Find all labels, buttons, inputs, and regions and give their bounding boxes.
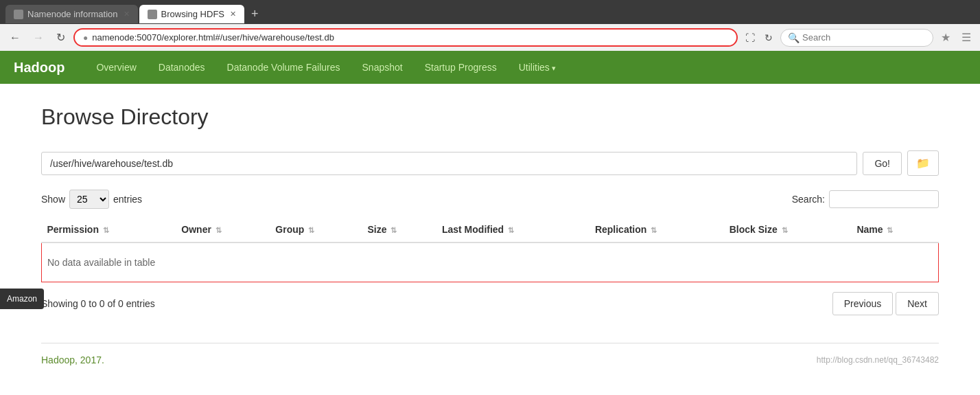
sort-icon-owner: ⇅ (215, 226, 222, 234)
entries-select[interactable]: 10 25 50 100 (69, 190, 109, 209)
page-title: Browse Directory (41, 104, 939, 130)
col-group-label: Group (275, 224, 304, 235)
table-controls: Show 10 25 50 100 entries Search: (41, 190, 939, 209)
col-name-label: Name (856, 224, 883, 235)
tab-bar: Namenode information ✕ Browsing HDFS ✕ + (0, 0, 980, 24)
tab-namenode[interactable]: Namenode information ✕ (5, 5, 138, 23)
hadoop-nav: Hadoop Overview Datanodes Datanode Volum… (0, 51, 980, 84)
col-permission-label: Permission (47, 224, 99, 235)
address-bar-actions: ⛶ ↻ (742, 30, 776, 45)
no-data-cell: No data available in table (42, 242, 939, 282)
show-label: Show (41, 194, 65, 205)
tab-favicon-namenode (14, 10, 23, 19)
amazon-sidebar-tab[interactable]: Amazon (0, 289, 44, 309)
entries-info: Showing 0 to 0 of 0 entries (41, 298, 155, 309)
col-replication[interactable]: Replication ⇅ (590, 217, 724, 242)
hadoop-brand: Hadoop (14, 60, 65, 76)
col-owner[interactable]: Owner ⇅ (176, 217, 270, 242)
next-button[interactable]: Next (896, 292, 939, 315)
col-block-size-label: Block Size (730, 224, 778, 235)
footer-url: http://blog.csdn.net/qq_36743482 (817, 355, 939, 365)
nav-datanodes[interactable]: Datanodes (148, 52, 216, 82)
folder-button[interactable]: 📁 (907, 150, 939, 176)
sort-icon-replication: ⇅ (651, 226, 657, 234)
col-name[interactable]: Name ⇅ (851, 217, 938, 242)
tab-close-hdfs[interactable]: ✕ (230, 10, 236, 19)
search-icon: 🔍 (788, 32, 800, 43)
col-replication-label: Replication (595, 224, 646, 235)
address-input[interactable] (92, 32, 728, 43)
new-tab-button[interactable]: + (246, 4, 264, 24)
bookmark-button[interactable]: ★ (937, 29, 954, 46)
previous-button[interactable]: Previous (832, 292, 893, 315)
go-button[interactable]: Go! (863, 152, 902, 175)
security-icon: ● (83, 33, 88, 43)
browser-chrome: Namenode information ✕ Browsing HDFS ✕ +… (0, 0, 980, 51)
col-size[interactable]: Size ⇅ (362, 217, 436, 242)
refresh-button[interactable]: ↻ (52, 28, 69, 47)
sort-icon-size: ⇅ (390, 226, 397, 234)
nav-overview[interactable]: Overview (85, 52, 147, 82)
nav-utilities-dropdown[interactable]: Utilities (508, 62, 567, 73)
sort-icon-last-modified: ⇅ (508, 226, 514, 234)
nav-startup-progress[interactable]: Startup Progress (414, 52, 508, 82)
address-bar[interactable]: ● (73, 28, 738, 47)
col-last-modified[interactable]: Last Modified ⇅ (436, 217, 590, 242)
path-row: Go! 📁 (41, 150, 939, 176)
col-owner-label: Owner (181, 224, 211, 235)
path-input[interactable] (41, 152, 857, 175)
table-body: No data available in table (42, 242, 939, 282)
table-search-input[interactable] (829, 190, 939, 208)
tab-close-namenode[interactable]: ✕ (124, 10, 130, 19)
search-label: Search: (792, 194, 825, 205)
address-bar-row: ← → ↻ ● ⛶ ↻ 🔍 ★ ☰ (0, 24, 980, 51)
col-group[interactable]: Group ⇅ (270, 217, 362, 242)
sort-icon-name: ⇅ (887, 226, 893, 234)
show-entries: Show 10 25 50 100 entries (41, 190, 142, 209)
col-last-modified-label: Last Modified (442, 224, 504, 235)
no-data-row: No data available in table (42, 242, 939, 282)
main-content: Browse Directory Go! 📁 Show 10 25 50 100… (0, 84, 980, 393)
directory-table: Permission ⇅ Owner ⇅ Group ⇅ Size ⇅ Last… (41, 217, 939, 282)
tab-browsing-hdfs[interactable]: Browsing HDFS ✕ (139, 5, 244, 23)
reload-button[interactable]: ↻ (761, 30, 776, 45)
table-search-control: Search: (792, 190, 939, 208)
menu-button[interactable]: ☰ (958, 29, 975, 46)
nav-snapshot[interactable]: Snapshot (351, 52, 414, 82)
pagination: Previous Next (832, 292, 939, 315)
tab-label-namenode: Namenode information (27, 9, 118, 19)
screenshot-button[interactable]: ⛶ (742, 30, 758, 45)
sort-icon-group: ⇅ (308, 226, 314, 234)
tab-favicon-hdfs (148, 10, 157, 19)
table-footer: Showing 0 to 0 of 0 entries Previous Nex… (41, 292, 939, 315)
footer-copyright: Hadoop, 2017. (41, 354, 104, 365)
sort-icon-permission: ⇅ (103, 226, 109, 234)
entries-label: entries (113, 194, 142, 205)
nav-utilities-label[interactable]: Utilities (508, 52, 567, 82)
sort-icon-block-size: ⇅ (782, 226, 788, 234)
forward-button[interactable]: → (29, 29, 48, 47)
search-input[interactable] (802, 32, 926, 43)
search-bar[interactable]: 🔍 (780, 29, 933, 47)
col-permission[interactable]: Permission ⇅ (42, 217, 176, 242)
table-header: Permission ⇅ Owner ⇅ Group ⇅ Size ⇅ Last… (42, 217, 939, 242)
back-button[interactable]: ← (5, 29, 25, 47)
tab-label-hdfs: Browsing HDFS (161, 9, 224, 19)
nav-datanode-volume-failures[interactable]: Datanode Volume Failures (216, 52, 351, 82)
col-block-size[interactable]: Block Size ⇅ (724, 217, 852, 242)
page-footer: Hadoop, 2017. http://blog.csdn.net/qq_36… (41, 343, 939, 365)
col-size-label: Size (368, 224, 387, 235)
